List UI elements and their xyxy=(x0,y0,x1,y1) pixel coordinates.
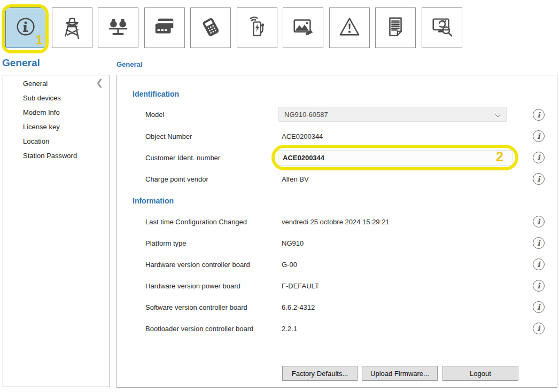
info-icon[interactable]: i xyxy=(533,130,545,142)
model-dropdown-value: NG910-60587 xyxy=(284,111,328,119)
sidebar-item-modem-info[interactable]: Modem Info xyxy=(3,105,110,120)
last-config-changed-value: vendredi 25 octobre 2024 15:29:21 xyxy=(282,217,390,227)
sidebar-item-location[interactable]: Location xyxy=(3,134,110,148)
section-title-identification: Identification xyxy=(133,89,179,99)
hw-version-power-value: F-DEFAULT xyxy=(282,281,319,291)
info-icon[interactable]: i xyxy=(533,237,545,249)
sw-version-controller-value: 6.6.2-4312 xyxy=(282,303,315,312)
sidebar: General Sub devices Modem Info License k… xyxy=(3,75,110,387)
info-icon[interactable]: i xyxy=(533,173,545,185)
scale-weights-icon xyxy=(106,14,130,41)
field-label-hw-version-power: Hardware version power board xyxy=(145,281,240,291)
page-title: General xyxy=(2,57,40,69)
sidebar-item-sub-devices[interactable]: Sub devices xyxy=(3,91,110,105)
field-label-customer-ident-number: Customer Ident. number xyxy=(145,153,220,163)
toolbar-button-load-balancing[interactable] xyxy=(98,7,138,48)
info-circle-icon xyxy=(13,14,38,41)
section-title-information: Information xyxy=(133,196,174,206)
credit-cards-icon xyxy=(152,14,177,41)
field-label-hw-version-controller: Hardware version controller board xyxy=(145,260,250,270)
toolbar-button-warnings[interactable] xyxy=(329,7,370,48)
field-label-object-number: Object Number xyxy=(145,132,192,142)
platform-type-value: NG910 xyxy=(282,239,304,248)
logout-button[interactable]: Logout xyxy=(442,366,518,381)
app-window: General General General Sub devices Mode… xyxy=(0,0,559,392)
field-label-bootloader-version: Bootloader version controller board xyxy=(145,324,253,334)
content-heading: General xyxy=(117,60,142,68)
collapse-chevron-icon[interactable]: ❮ xyxy=(96,77,103,88)
info-icon[interactable]: i xyxy=(533,323,545,334)
chevron-down-icon xyxy=(495,112,501,117)
info-icon[interactable]: i xyxy=(533,280,545,292)
sidebar-item-general[interactable]: General xyxy=(3,76,110,91)
toolbar-button-monitoring[interactable] xyxy=(422,7,462,48)
info-icon[interactable]: i xyxy=(533,109,545,121)
field-label-platform-type: Platform type xyxy=(145,239,187,248)
toolbar-button-general[interactable] xyxy=(5,7,46,48)
monitor-search-icon xyxy=(430,14,454,41)
toolbar-button-payment-cards[interactable] xyxy=(144,7,185,48)
toolbar-button-payment-terminal[interactable] xyxy=(190,7,231,48)
image-edit-icon xyxy=(291,14,315,41)
info-icon[interactable]: i xyxy=(533,216,545,228)
sidebar-item-station-password[interactable]: Station Password xyxy=(3,148,110,163)
info-icon[interactable]: i xyxy=(533,258,545,270)
ev-charger-wifi-icon xyxy=(245,14,269,41)
charge-point-vendor-value: Alfen BV xyxy=(282,175,309,184)
field-label-model: Model xyxy=(145,110,164,120)
field-label-charge-point-vendor: Charge point vendor xyxy=(145,175,208,184)
bootloader-version-value: 2.2.1 xyxy=(282,324,297,334)
toolbar-button-display[interactable] xyxy=(283,7,323,48)
model-dropdown[interactable]: NG910-60587 xyxy=(278,107,507,122)
upload-firmware-button[interactable]: Upload Firmware... xyxy=(362,366,438,381)
document-icon xyxy=(383,14,408,41)
sidebar-item-license-key[interactable]: License key xyxy=(3,120,110,134)
factory-defaults-button[interactable]: Factory Defaults... xyxy=(282,366,358,381)
toolbar-button-documents[interactable] xyxy=(375,7,416,48)
field-label-sw-version-controller: Software version controller board xyxy=(145,303,247,312)
toolbar-button-power-grid[interactable] xyxy=(52,7,92,48)
toolbar-button-charge-point[interactable] xyxy=(237,7,277,48)
transmission-tower-icon xyxy=(60,14,84,41)
info-icon[interactable]: i xyxy=(533,152,545,163)
info-icon[interactable]: i xyxy=(533,301,545,313)
hw-version-controller-value: G-00 xyxy=(282,260,297,270)
object-number-value: ACE0200344 xyxy=(282,132,323,142)
payment-terminal-icon xyxy=(198,14,223,41)
warning-triangle-icon xyxy=(337,14,362,41)
field-label-last-config-changed: Last time Configuration Changed xyxy=(145,217,247,227)
customer-ident-number-input[interactable] xyxy=(278,150,513,166)
